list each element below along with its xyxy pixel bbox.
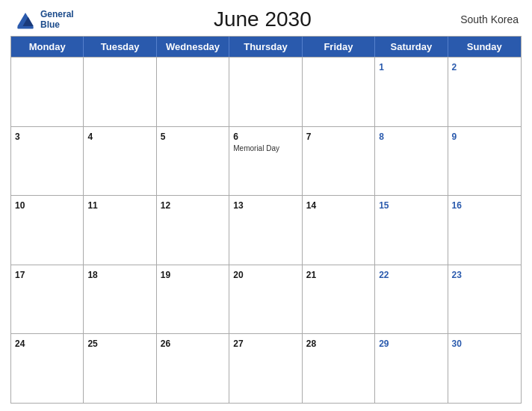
day-cell-13: 13 [229, 196, 302, 265]
day-cell-8: 8 [375, 127, 448, 196]
calendar: Monday Tuesday Wednesday Thursday Friday… [10, 36, 522, 404]
header-wednesday: Wednesday [157, 37, 229, 57]
day-cell-30: 30 [448, 334, 521, 403]
header: General Blue June 2030 South Korea [10, 7, 522, 31]
day-headers-row: Monday Tuesday Wednesday Thursday Friday… [11, 37, 521, 57]
week-row-1: 1 2 [11, 57, 521, 126]
calendar-title: June 2030 [74, 7, 451, 31]
logo: General Blue [13, 7, 74, 31]
day-cell-11: 11 [84, 196, 156, 265]
day-cell-14: 14 [303, 196, 375, 265]
day-cell-16: 16 [448, 196, 521, 265]
day-cell-24: 24 [11, 334, 84, 403]
day-cell-26: 26 [157, 334, 229, 403]
day-cell-1: 1 [375, 58, 448, 126]
day-cell-27: 27 [229, 334, 302, 403]
day-cell-3: 3 [11, 127, 84, 196]
svg-rect-3 [17, 26, 33, 29]
day-cell-2: 2 [448, 58, 521, 126]
week-row-5: 24 25 26 27 28 29 30 [11, 333, 521, 403]
day-cell-5: 5 [157, 127, 229, 196]
day-cell-7: 7 [303, 127, 375, 196]
day-cell-4: 4 [84, 127, 156, 196]
day-cell-empty-5 [303, 58, 375, 126]
logo-text: General Blue [40, 9, 74, 30]
country-label: South Korea [451, 13, 519, 25]
week-row-3: 10 11 12 13 14 15 16 [11, 195, 521, 265]
day-cell-22: 22 [375, 265, 448, 334]
header-friday: Friday [303, 37, 375, 57]
day-cell-empty-4 [229, 58, 302, 126]
week-row-2: 3 4 5 6 Memorial Day 7 8 9 [11, 126, 521, 196]
day-cell-23: 23 [448, 265, 521, 334]
day-cell-15: 15 [375, 196, 448, 265]
day-cell-9: 9 [448, 127, 521, 196]
logo-icon [13, 7, 37, 31]
day-cell-28: 28 [303, 334, 375, 403]
day-cell-6: 6 Memorial Day [229, 127, 302, 196]
header-saturday: Saturday [375, 37, 448, 57]
header-sunday: Sunday [448, 37, 521, 57]
day-cell-18: 18 [84, 265, 156, 334]
day-cell-25: 25 [84, 334, 156, 403]
memorial-day-event: Memorial Day [233, 144, 297, 153]
header-thursday: Thursday [229, 37, 302, 57]
day-cell-19: 19 [157, 265, 229, 334]
day-cell-empty-2 [84, 58, 156, 126]
header-tuesday: Tuesday [84, 37, 156, 57]
day-cell-10: 10 [11, 196, 84, 265]
day-cell-12: 12 [157, 196, 229, 265]
day-cell-empty-3 [157, 58, 229, 126]
day-cell-17: 17 [11, 265, 84, 334]
day-cell-20: 20 [229, 265, 302, 334]
weeks-container: 1 2 3 4 5 6 Memorial Day 7 8 9 10 11 12 [11, 57, 521, 403]
day-cell-empty-1 [11, 58, 84, 126]
day-cell-21: 21 [303, 265, 375, 334]
header-monday: Monday [11, 37, 84, 57]
day-cell-29: 29 [375, 334, 448, 403]
week-row-4: 17 18 19 20 21 22 23 [11, 265, 521, 334]
